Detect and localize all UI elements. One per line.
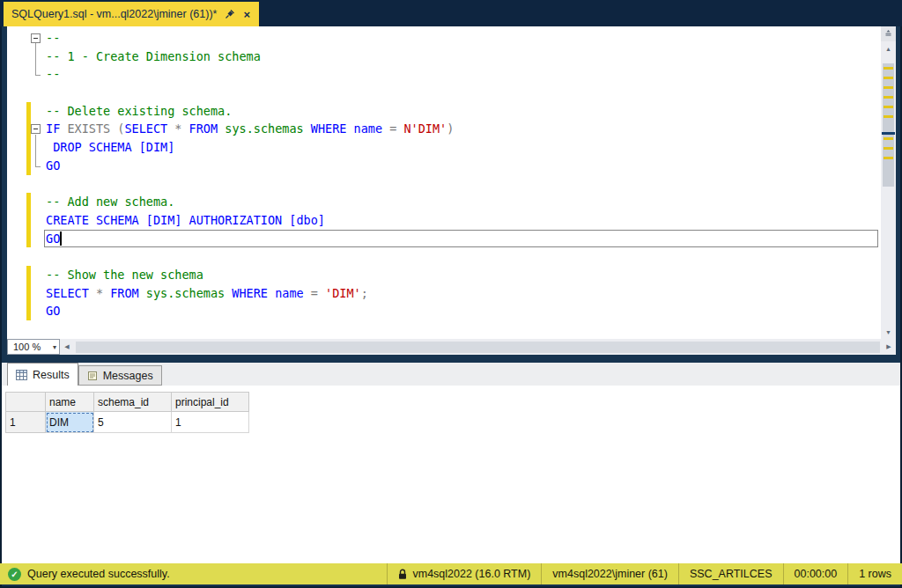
fold-collapse-button[interactable] <box>31 124 41 134</box>
code-line[interactable] <box>7 84 881 102</box>
change-tracking-bar <box>26 102 31 121</box>
vscroll-thumb[interactable] <box>883 63 894 187</box>
grid-corner <box>6 393 46 412</box>
code-text: SELECT * FROM sys.schemas WHERE name = '… <box>46 286 368 300</box>
change-mark <box>884 137 893 140</box>
execution-time: 00:00:00 <box>783 563 848 584</box>
tab-messages-label: Messages <box>103 370 153 382</box>
code-area: ---- 1 - Create Dimension schema---- Del… <box>7 26 881 339</box>
tab-messages[interactable]: Messages <box>78 365 162 386</box>
code-text: -- <box>46 67 60 81</box>
document-tab[interactable]: SQLQuery1.sql - vm...ql2022\jminer (61))… <box>4 2 259 26</box>
hscroll-thumb[interactable] <box>76 342 880 353</box>
code-line[interactable]: -- Delete existing schema. <box>7 102 881 121</box>
results-grid-icon <box>16 370 27 380</box>
code-line[interactable] <box>7 247 881 266</box>
minus-glyph <box>33 38 38 39</box>
code-line[interactable]: GO <box>7 230 881 248</box>
pin-icon[interactable] <box>225 9 235 19</box>
code-line[interactable]: -- <box>7 65 881 84</box>
document-tab-bar: SQLQuery1.sql - vm...ql2022\jminer (61))… <box>0 0 902 26</box>
scroll-right-arrow[interactable]: ▶ <box>882 339 896 355</box>
change-tracking-bar <box>26 211 31 230</box>
change-mark <box>884 157 893 159</box>
lock-icon <box>398 569 407 580</box>
zoom-dropdown[interactable]: 100 % ▾ <box>7 339 60 355</box>
fold-collapse-button[interactable] <box>31 33 41 43</box>
scroll-left-arrow[interactable]: ◀ <box>60 339 74 355</box>
tab-results[interactable]: Results <box>7 363 78 386</box>
grid-cell[interactable]: 1 <box>172 412 249 433</box>
grid-cell[interactable]: 5 <box>94 412 172 433</box>
chevron-down-icon: ▾ <box>53 343 56 351</box>
messages-icon <box>87 371 98 381</box>
hscroll-track[interactable] <box>74 339 882 355</box>
code-text: -- Show the new schema <box>46 268 203 282</box>
document-tab-label: SQLQuery1.sql - vm...ql2022\jminer (61))… <box>11 8 217 20</box>
code-line[interactable]: -- Show the new schema <box>7 266 881 284</box>
results-pane: Results Messages nameschema_idprincipal_… <box>2 363 900 563</box>
scroll-up-arrow[interactable]: ▲ <box>881 41 896 55</box>
text-caret <box>60 232 62 246</box>
code-text: -- 1 - Create Dimension schema <box>46 49 261 63</box>
current-line-indicator <box>44 230 878 247</box>
code-line[interactable]: CREATE SCHEMA [DIM] AUTHORIZATION [dbo] <box>7 211 881 230</box>
login-info: vm4sql2022\jminer (61) <box>541 563 678 584</box>
code-line[interactable] <box>7 175 881 194</box>
code-line[interactable]: GO <box>7 302 881 320</box>
close-icon[interactable]: × <box>243 9 250 20</box>
fold-region-guide <box>35 135 36 167</box>
code-line[interactable]: -- <box>7 29 881 48</box>
change-mark <box>884 86 893 89</box>
change-mark <box>884 67 893 70</box>
server-info: vm4sql2022 (16.0 RTM) <box>387 563 541 584</box>
grid-column-header[interactable]: principal_id <box>172 393 249 412</box>
vscroll-track[interactable] <box>881 26 896 339</box>
grid-data-row: 1DIM51 <box>6 412 249 433</box>
scroll-down-arrow[interactable]: ▼ <box>881 325 896 339</box>
change-tracking-bar <box>26 193 31 211</box>
change-tracking-bar <box>26 266 31 284</box>
code-line[interactable]: SELECT * FROM sys.schemas WHERE name = '… <box>7 284 881 303</box>
ssms-window: SQLQuery1.sql - vm...ql2022\jminer (61))… <box>0 0 902 588</box>
code-text: -- <box>46 31 60 45</box>
change-mark <box>884 106 893 108</box>
code-line[interactable]: DROP SCHEMA [DIM] <box>7 138 881 157</box>
grid-cell[interactable]: DIM <box>46 412 94 433</box>
fold-region-guide <box>35 43 36 76</box>
code-line[interactable]: GO <box>7 157 881 175</box>
change-mark <box>884 77 893 79</box>
login-info-label: vm4sql2022\jminer (61) <box>552 568 668 580</box>
splitter-button[interactable] <box>881 26 896 42</box>
editor-horizontal-scrollbar[interactable]: 100 % ▾ ◀ ▶ <box>7 339 896 355</box>
row-count: 1 rows <box>847 563 902 584</box>
caret-position-mark <box>882 132 895 135</box>
code-line[interactable]: IF EXISTS (SELECT * FROM sys.schemas WHE… <box>7 120 881 138</box>
code-text: GO <box>46 304 60 318</box>
code-text: GO <box>46 158 60 173</box>
success-check-icon: ✓ <box>8 568 21 581</box>
database-name-label: SSC_ARTILCES <box>690 568 773 580</box>
grid-row-header[interactable]: 1 <box>6 412 46 433</box>
status-right: vm4sql2022 (16.0 RTM)vm4sql2022\jminer (… <box>387 563 902 584</box>
change-tracking-bar <box>26 157 31 175</box>
change-mark <box>884 115 893 118</box>
grid-column-header[interactable]: schema_id <box>94 393 172 412</box>
grid-column-header[interactable]: name <box>46 393 94 412</box>
code-line[interactable]: -- 1 - Create Dimension schema <box>7 48 881 66</box>
editor-vertical-scrollbar[interactable]: ▲ ▼ <box>881 26 896 339</box>
tab-results-label: Results <box>33 369 70 381</box>
status-text: Query executed successfully. <box>27 568 170 580</box>
code-line[interactable]: -- Add new schema. <box>7 193 881 211</box>
code-text: DROP SCHEMA [DIM] <box>46 140 174 154</box>
change-mark <box>884 147 893 150</box>
results-tab-strip: Results Messages <box>2 363 900 386</box>
minus-glyph <box>33 129 38 129</box>
execution-time-label: 00:00:00 <box>795 568 838 580</box>
change-tracking-bar <box>26 138 31 157</box>
code-text: -- Delete existing schema. <box>46 104 232 118</box>
code-editor[interactable]: ---- 1 - Create Dimension schema---- Del… <box>7 26 881 339</box>
status-bar: ✓ Query executed successfully. vm4sql202… <box>0 563 902 584</box>
change-mark <box>884 96 893 99</box>
server-info-label: vm4sql2022 (16.0 RTM) <box>412 568 530 580</box>
